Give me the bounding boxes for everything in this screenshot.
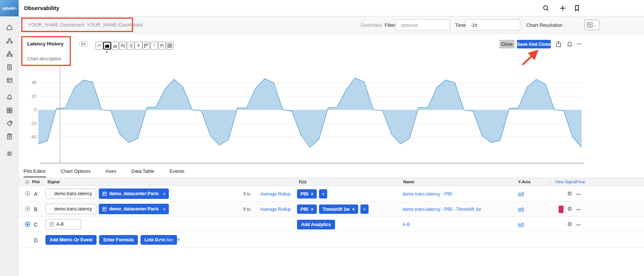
chart-type-column-icon[interactable] xyxy=(111,42,119,50)
plot-b-more-icon[interactable]: ••• xyxy=(576,208,581,212)
chart-title[interactable]: Latency History xyxy=(27,41,64,47)
create-plus-icon[interactable] xyxy=(558,3,568,13)
home-icon[interactable] xyxy=(5,23,14,32)
incidents-clipboard-icon[interactable] xyxy=(5,132,14,141)
plot-b-add-analytics-button[interactable]: + xyxy=(360,204,369,214)
plot-b-color-swatch[interactable] xyxy=(559,206,564,213)
sidebar: splunk> xyxy=(0,0,19,276)
dashboards-icon[interactable] xyxy=(5,76,14,85)
plot-a-add-analytics-button[interactable]: + xyxy=(319,189,327,199)
browse-link[interactable]: Browse xyxy=(158,237,180,242)
chart-type-list-icon[interactable] xyxy=(127,42,135,50)
plot-b-filter-chip[interactable]: demo_datacenter:Paris × xyxy=(99,204,168,214)
fx-chip-timeshift[interactable]: Timeshift 1w× xyxy=(319,204,358,214)
chart-type-line-icon[interactable] xyxy=(95,42,103,50)
remove-fx-icon[interactable]: × xyxy=(352,207,355,212)
plot-a-rollup-link[interactable]: Average Rollup xyxy=(260,191,291,197)
plot-a-add-filter-button[interactable]: + xyxy=(160,188,169,199)
metric-link-icon xyxy=(50,207,52,211)
plot-c-formula-input[interactable]: A-B xyxy=(45,219,81,229)
plot-c-more-icon[interactable]: ••• xyxy=(576,223,581,227)
plot-a-more-icon[interactable]: ••• xyxy=(576,193,581,196)
view-signalflow-link[interactable]: View SignalFlow xyxy=(550,178,644,186)
plot-row-a: A demo.trans.latency demo_datacenter:Par… xyxy=(19,186,644,202)
more-actions-icon[interactable]: ••• xyxy=(575,40,583,48)
time-input[interactable] xyxy=(465,19,520,31)
latency-chart-area[interactable]: 40200-20-4019:3519:4019:4519:5019:5520:0… xyxy=(19,63,644,175)
metrics-tag-icon[interactable] xyxy=(5,119,14,128)
resolution-badge: 1m xyxy=(79,41,88,47)
infrastructure-icon[interactable] xyxy=(5,49,14,58)
plot-row-b: B demo.trans.latency demo_datacenter:Par… xyxy=(19,202,644,217)
dashboard-name-field[interactable]: YOUR_NAME-Dashboard: YOUR_NAME-Dashboard xyxy=(28,22,143,28)
plot-d-actions: Add Metric Or Event Enter Formula Link D… xyxy=(45,235,177,245)
fx-chip-p95[interactable]: P95× xyxy=(297,204,317,214)
chevron-down-icon: ⌄ xyxy=(594,23,597,27)
tab-chart-options[interactable]: Chart Options xyxy=(61,168,91,177)
save-and-close-button[interactable]: Save And Close xyxy=(517,40,551,48)
search-icon[interactable] xyxy=(541,3,551,13)
plot-a-visibility-icon[interactable] xyxy=(25,191,31,197)
add-metric-or-event-button[interactable]: Add Metric Or Event xyxy=(45,235,97,245)
plot-c-yaxis-link[interactable]: left xyxy=(518,222,524,227)
tab-events[interactable]: Events xyxy=(170,168,184,177)
plot-b-settings-gear-icon[interactable]: ⚙ xyxy=(567,206,572,212)
plot-b-signal-input[interactable]: demo.trans.latency xyxy=(45,204,96,214)
filter-label: Filter xyxy=(385,22,395,28)
visibility-eye-icon xyxy=(25,180,30,185)
plot-a-name-link[interactable]: demo.trans.latency - P95 xyxy=(402,191,452,197)
chart-type-single-value-icon[interactable]: 4 xyxy=(135,42,142,50)
alerts-bell-icon[interactable] xyxy=(5,92,14,101)
svg-text:40: 40 xyxy=(32,80,37,85)
fx-chip-p95[interactable]: P95× xyxy=(297,189,317,199)
chart-description[interactable]: Chart description xyxy=(27,56,61,61)
chart-type-area-icon[interactable] xyxy=(103,42,111,50)
plot-b-rollup-link[interactable]: Average Rollup xyxy=(260,207,291,212)
svg-text:20: 20 xyxy=(32,94,37,99)
chart-resolution-dropdown[interactable]: ⌄ xyxy=(584,20,599,30)
plot-a-signal-input[interactable]: demo.trans.latency xyxy=(45,188,96,199)
bookmark-icon[interactable] xyxy=(572,3,582,13)
log-observer-icon[interactable] xyxy=(5,63,14,72)
tab-axes[interactable]: Axes xyxy=(105,168,116,177)
plot-row-d: D Add Metric Or Event Enter Formula Link… xyxy=(19,232,644,248)
bell-icon[interactable] xyxy=(565,40,574,48)
tab-data-table[interactable]: Data Table xyxy=(131,168,154,177)
plot-a-filter-chip[interactable]: demo_datacenter:Paris × xyxy=(99,188,168,199)
close-button[interactable]: Close xyxy=(499,40,515,48)
col-yaxis: Y-Axis xyxy=(518,180,531,184)
share-icon[interactable] xyxy=(554,40,562,48)
plot-c-name-link[interactable]: A-B xyxy=(402,222,410,227)
plot-a-label: A xyxy=(34,191,37,197)
plot-b-label: B xyxy=(34,206,37,212)
browse-search-icon xyxy=(158,237,163,242)
plot-c-settings-gear-icon[interactable]: ⚙ xyxy=(567,221,572,227)
plot-c-add-analytics-button[interactable]: Add Analytics xyxy=(297,220,335,229)
enter-formula-button[interactable]: Enter Formula xyxy=(99,235,138,245)
filter-input[interactable] xyxy=(396,19,450,31)
top-bar: Observability xyxy=(19,0,644,16)
remove-fx-icon[interactable]: × xyxy=(311,191,313,197)
metric-link-icon xyxy=(50,191,52,196)
apm-icon[interactable] xyxy=(5,36,14,45)
plot-row-c: C A-B Add Analytics A-B left ⚙ ••• xyxy=(19,217,644,232)
dimension-grid-icon xyxy=(102,192,107,196)
plot-b-name-link[interactable]: demo.trans.latency - P95 - Timeshift 1w xyxy=(402,207,481,212)
remove-fx-icon[interactable]: × xyxy=(311,207,313,212)
plot-a-yaxis-link[interactable]: left xyxy=(518,191,524,197)
splunk-logo[interactable]: splunk> xyxy=(0,0,19,16)
chart-type-heatmap-icon[interactable] xyxy=(142,42,150,50)
chart-type-event-icon[interactable]: ! xyxy=(150,42,158,50)
chart-type-table-icon[interactable] xyxy=(166,42,174,50)
settings-gear-icon[interactable] xyxy=(5,149,14,158)
apps-grid-icon[interactable] xyxy=(5,106,14,115)
chart-type-stream-icon[interactable] xyxy=(119,42,127,50)
plot-b-add-filter-button[interactable]: + xyxy=(160,204,169,214)
plot-b-yaxis-link[interactable]: left xyxy=(518,207,524,212)
tab-plot-editor[interactable]: Plot Editor xyxy=(23,168,46,177)
latency-area-chart[interactable]: 40200-20-4019:3519:4019:4519:5019:5520:0… xyxy=(19,63,644,175)
chart-type-text-icon[interactable] xyxy=(158,42,166,50)
plot-c-visibility-icon[interactable] xyxy=(25,221,31,227)
plot-b-visibility-icon[interactable] xyxy=(25,206,31,212)
plot-a-settings-gear-icon[interactable]: ⚙ xyxy=(567,191,572,196)
